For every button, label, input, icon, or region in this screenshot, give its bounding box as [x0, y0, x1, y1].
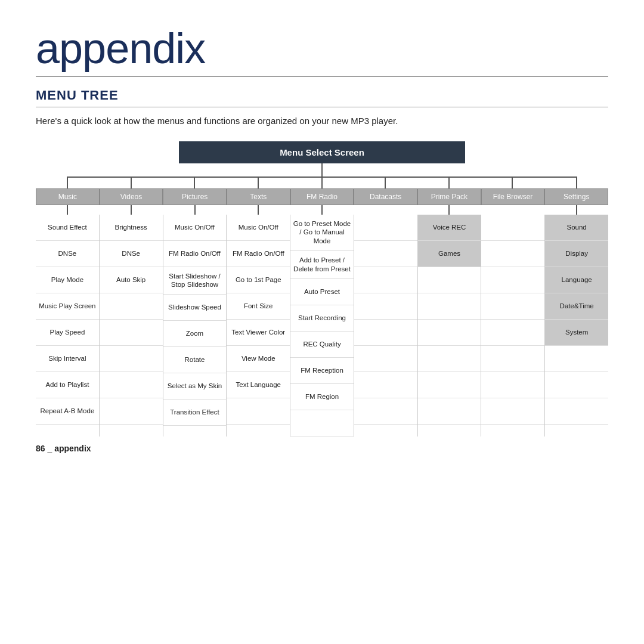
list-item: Brightness: [100, 215, 163, 241]
data-col-settings: Sound Display Language Date&Time System: [545, 215, 608, 437]
col-header-videos: Videos: [100, 188, 163, 205]
data-col-texts: Music On/Off FM Radio On/Off Go to 1st P…: [227, 215, 290, 437]
list-item: Language: [545, 267, 608, 293]
list-item: DNSe: [100, 241, 163, 267]
col-connectors: [36, 205, 608, 215]
page-footer: 86 _ appendix: [36, 444, 608, 453]
list-item: [481, 320, 544, 346]
list-item: Sound Effect: [36, 215, 99, 241]
list-item: [545, 398, 608, 425]
list-item: Repeat A-B Mode: [36, 398, 99, 425]
list-item: Auto Preset: [290, 279, 354, 305]
list-item: Zoom: [163, 321, 227, 347]
list-item: Start Slideshow / Stop Slideshow: [163, 267, 227, 295]
column-headers-row: Music Videos Pictures Texts FM Radio Dat…: [36, 188, 608, 205]
list-item: FM Region: [290, 384, 354, 410]
menu-select-screen: Menu Select Screen: [179, 141, 465, 163]
list-item: Text Language: [227, 372, 290, 398]
list-item: [354, 293, 417, 320]
list-item: [100, 320, 163, 346]
list-item: Skip Interval: [36, 346, 99, 372]
list-item: Start Recording: [290, 305, 354, 332]
list-item: [354, 215, 417, 241]
list-item: Text Viewer Color: [227, 320, 290, 346]
col-header-file-browser: File Browser: [481, 188, 545, 205]
list-item: [481, 241, 544, 267]
list-item: [354, 398, 417, 425]
list-item: Select as My Skin: [163, 373, 227, 400]
list-item: Music Play Screen: [36, 293, 99, 320]
list-item: [354, 241, 417, 267]
list-item: [481, 293, 544, 320]
list-item: Games: [418, 241, 481, 267]
list-item: REC Quality: [290, 332, 354, 358]
col-header-fm-radio: FM Radio: [290, 188, 354, 205]
list-item: [227, 398, 290, 425]
list-item: Voice REC: [418, 215, 481, 241]
list-item: [481, 372, 544, 398]
list-item: Display: [545, 241, 608, 267]
data-col-fm-radio: Go to Preset Mode / Go to Manual Mode Ad…: [290, 215, 354, 437]
list-item: [481, 398, 544, 425]
list-item: [354, 320, 417, 346]
list-item: [100, 398, 163, 425]
list-item: View Mode: [227, 346, 290, 372]
col-header-settings: Settings: [544, 188, 608, 205]
col-header-pictures: Pictures: [163, 188, 227, 205]
list-item: [418, 267, 481, 293]
list-item: FM Reception: [290, 358, 354, 384]
list-item: [418, 346, 481, 372]
list-item: Go to Preset Mode / Go to Manual Mode: [290, 215, 354, 252]
list-item: [354, 346, 417, 372]
list-item: Font Size: [227, 293, 290, 320]
list-item: [290, 410, 354, 436]
list-item: DNSe: [36, 241, 99, 267]
list-item: [100, 293, 163, 320]
list-item: [354, 267, 417, 293]
data-col-pictures: Music On/Off FM Radio On/Off Start Slide…: [163, 215, 227, 437]
list-item: [418, 372, 481, 398]
list-item: Music On/Off: [227, 215, 290, 241]
list-item: Slideshow Speed: [163, 295, 227, 321]
data-col-file-browser: [481, 215, 545, 437]
list-item: [418, 293, 481, 320]
list-item: [354, 372, 417, 398]
list-item: Go to 1st Page: [227, 267, 290, 293]
col-header-datacasts: Datacasts: [354, 188, 417, 205]
data-col-datacasts: [354, 215, 418, 437]
data-rows: Sound Effect DNSe Play Mode Music Play S…: [36, 215, 608, 437]
list-item: Add to Preset / Delete from Preset: [290, 251, 354, 279]
col-header-texts: Texts: [227, 188, 290, 205]
list-item: [481, 267, 544, 293]
list-item: Play Mode: [36, 267, 99, 293]
list-item: [100, 346, 163, 372]
list-item: Music On/Off: [163, 215, 227, 241]
list-item: Rotate: [163, 347, 227, 373]
list-item: Transition Effect: [163, 400, 227, 426]
list-item: [481, 215, 544, 241]
list-item: [100, 372, 163, 398]
list-item: [481, 346, 544, 372]
list-item: [418, 398, 481, 425]
list-item: Auto Skip: [100, 267, 163, 293]
list-item: Add to Playlist: [36, 372, 99, 398]
intro-text: Here's a quick look at how the menus and…: [36, 114, 608, 128]
col-header-prime-pack: Prime Pack: [417, 188, 481, 205]
section-title: MENU TREE: [36, 88, 608, 107]
data-col-prime-pack: Voice REC Games: [418, 215, 482, 437]
list-item: FM Radio On/Off: [227, 241, 290, 267]
page-title: appendix: [36, 24, 608, 77]
menu-tree: Menu Select Screen Music Videos Pictures…: [36, 141, 608, 437]
list-item: [545, 372, 608, 398]
list-item: Sound: [545, 215, 608, 241]
col-header-music: Music: [36, 188, 100, 205]
list-item: System: [545, 320, 608, 346]
list-item: [418, 320, 481, 346]
list-item: [545, 346, 608, 372]
data-col-music: Sound Effect DNSe Play Mode Music Play S…: [36, 215, 100, 437]
list-item: Date&Time: [545, 293, 608, 320]
list-item: Play Speed: [36, 320, 99, 346]
list-item: FM Radio On/Off: [163, 241, 227, 267]
data-col-videos: Brightness DNSe Auto Skip: [100, 215, 163, 437]
